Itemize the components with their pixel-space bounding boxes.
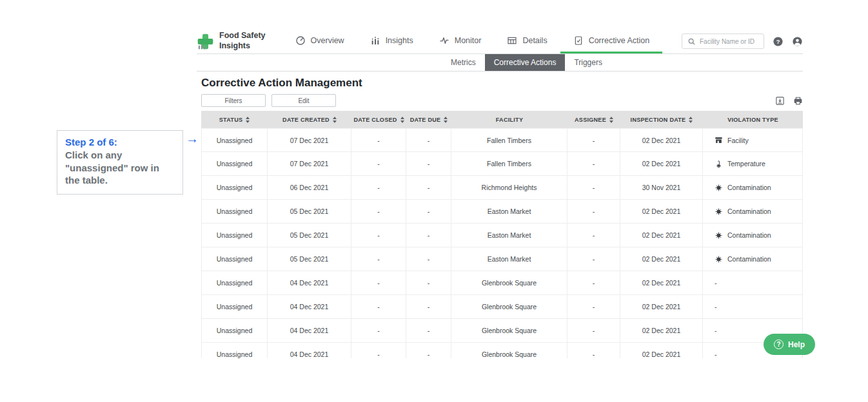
table-cell: -	[567, 224, 620, 247]
toolbar: Filters Edit	[201, 94, 803, 107]
violation-type-label: Contamination	[727, 207, 771, 215]
step-label: Step 2 of 6:	[65, 136, 175, 149]
step-annotation: Step 2 of 6: Click on any "unassigned" r…	[57, 130, 183, 195]
violation-type-label: Contamination	[727, 255, 771, 263]
table-cell: Unassigned	[201, 343, 268, 358]
brand: Food Safety Insights	[197, 31, 266, 51]
edit-button[interactable]: Edit	[271, 94, 336, 107]
column-header-date-due[interactable]: DATE DUE	[406, 111, 451, 128]
table-row[interactable]: Unassigned04 Dec 2021--Glenbrook Square-…	[201, 343, 803, 358]
svg-text:?: ?	[776, 38, 780, 44]
temperature-icon	[715, 160, 723, 168]
nav-item-insights[interactable]: Insights	[357, 29, 426, 53]
help-circle-icon[interactable]: ?	[773, 36, 784, 47]
table-row[interactable]: Unassigned06 Dec 2021--Richmond Heights-…	[201, 176, 803, 200]
violation-type-label: -	[715, 350, 717, 358]
filters-button[interactable]: Filters	[201, 94, 266, 107]
help-button-label: Help	[788, 340, 805, 349]
food-safety-logo-icon	[197, 33, 214, 50]
sub-nav: MetricsCorrective ActionsTriggers	[197, 54, 803, 72]
user-avatar-icon[interactable]	[792, 36, 803, 47]
print-icon[interactable]	[793, 96, 803, 106]
column-header-label: ASSIGNEE	[575, 117, 606, 123]
sort-icon[interactable]	[400, 117, 404, 123]
table-cell: 02 Dec 2021	[620, 152, 703, 176]
column-header-label: FACILITY	[496, 117, 523, 123]
table-row[interactable]: Unassigned04 Dec 2021--Glenbrook Square-…	[201, 295, 803, 319]
table-cell: 04 Dec 2021	[268, 319, 351, 343]
sort-icon[interactable]	[246, 117, 250, 123]
column-header-status[interactable]: STATUS	[201, 111, 268, 128]
table-row[interactable]: Unassigned05 Dec 2021--Easton Market-02 …	[201, 224, 803, 247]
column-header-date-closed[interactable]: DATE CLOSED	[351, 111, 406, 128]
table-cell: -	[567, 128, 620, 152]
table-cell: 05 Dec 2021	[268, 247, 351, 271]
column-header-date-created[interactable]: DATE CREATED	[268, 111, 351, 128]
violation-type-cell: Facility	[703, 128, 803, 152]
table-cell: -	[351, 295, 406, 319]
table-cell: Glenbrook Square	[451, 271, 567, 295]
table-row[interactable]: Unassigned07 Dec 2021--Fallen Timbers-02…	[201, 128, 803, 152]
table-cell: -	[567, 343, 620, 358]
table-cell: Fallen Timbers	[451, 152, 567, 176]
contamination-icon	[715, 207, 723, 216]
table-row[interactable]: Unassigned05 Dec 2021--Easton Market-02 …	[201, 247, 803, 271]
sort-icon[interactable]	[609, 117, 613, 123]
table-cell: -	[351, 271, 406, 295]
table-row[interactable]: Unassigned05 Dec 2021--Easton Market-02 …	[201, 200, 803, 224]
column-header-assignee[interactable]: ASSIGNEE	[567, 111, 620, 128]
sort-icon[interactable]	[444, 117, 448, 123]
table-cell: -	[406, 271, 451, 295]
table-cell: -	[406, 152, 451, 176]
violation-type-label: Contamination	[727, 184, 771, 191]
nav-item-label: Insights	[386, 36, 413, 45]
search-input[interactable]	[700, 38, 758, 45]
sort-icon[interactable]	[689, 117, 693, 123]
top-nav: Food Safety Insights OverviewInsightsMon…	[197, 29, 803, 53]
column-header-label: VIOLATION TYPE	[727, 117, 778, 123]
table-cell: -	[351, 152, 406, 176]
table-row[interactable]: Unassigned07 Dec 2021--Fallen Timbers-02…	[201, 152, 803, 176]
table-cell: -	[567, 152, 620, 176]
subnav-tab-corrective-actions[interactable]: Corrective Actions	[485, 54, 566, 71]
column-header-label: DATE DUE	[410, 117, 441, 123]
sort-icon[interactable]	[333, 117, 337, 123]
subnav-tab-metrics[interactable]: Metrics	[442, 54, 485, 71]
table-icon	[507, 35, 517, 46]
column-header-inspection-date[interactable]: INSPECTION DATE	[620, 111, 703, 128]
nav-item-details[interactable]: Details	[494, 29, 560, 53]
column-header-label: INSPECTION DATE	[631, 117, 686, 123]
column-header-violation-type: VIOLATION TYPE	[703, 111, 803, 128]
table-row[interactable]: Unassigned04 Dec 2021--Glenbrook Square-…	[201, 271, 803, 295]
table-cell: -	[406, 224, 451, 247]
table-cell: -	[351, 343, 406, 358]
table-row[interactable]: Unassigned04 Dec 2021--Glenbrook Square-…	[201, 319, 803, 343]
table-cell: Unassigned	[201, 247, 268, 271]
table-cell: 02 Dec 2021	[620, 319, 703, 343]
help-button[interactable]: ? Help	[764, 334, 815, 355]
violation-type-cell: -	[703, 271, 803, 295]
download-icon[interactable]	[775, 96, 785, 106]
column-header-label: STATUS	[219, 117, 242, 123]
brand-name: Food Safety Insights	[219, 31, 266, 51]
column-header-facility: FACILITY	[451, 111, 567, 128]
nav-item-label: Corrective Action	[589, 36, 649, 45]
page-title: Corrective Action Management	[201, 77, 362, 90]
table-body: Unassigned07 Dec 2021--Fallen Timbers-02…	[201, 128, 803, 358]
table-cell: -	[351, 224, 406, 247]
table-cell: -	[351, 176, 406, 200]
table-cell: -	[351, 128, 406, 152]
nav-item-overview[interactable]: Overview	[282, 29, 357, 53]
nav-item-monitor[interactable]: Monitor	[426, 29, 495, 53]
nav-item-corrective-action[interactable]: Corrective Action	[560, 29, 662, 53]
table-cell: -	[406, 128, 451, 152]
gauge-icon	[295, 35, 306, 46]
violation-type-cell: Contamination	[703, 224, 803, 247]
subnav-tab-triggers[interactable]: Triggers	[565, 54, 611, 71]
facility-search[interactable]	[682, 34, 764, 49]
table-cell: Easton Market	[451, 247, 567, 271]
table-cell: 05 Dec 2021	[268, 224, 351, 247]
table-cell: Unassigned	[201, 128, 268, 152]
brand-line1: Food Safety	[219, 31, 266, 40]
table-cell: 02 Dec 2021	[620, 247, 703, 271]
